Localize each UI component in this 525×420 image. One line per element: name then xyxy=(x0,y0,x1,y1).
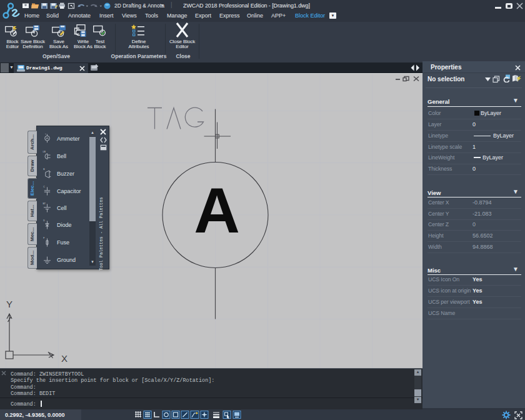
svg-text:D: D xyxy=(43,219,45,222)
svg-text:BT: BT xyxy=(43,202,46,205)
svg-text:A: A xyxy=(194,175,240,246)
svg-text:LB: LB xyxy=(43,151,46,153)
svg-text:X: X xyxy=(61,353,68,364)
svg-text:Y: Y xyxy=(6,299,12,309)
svg-text:B: B xyxy=(43,168,45,171)
svg-text:C: C xyxy=(43,186,45,188)
svg-text:F: F xyxy=(43,237,44,239)
